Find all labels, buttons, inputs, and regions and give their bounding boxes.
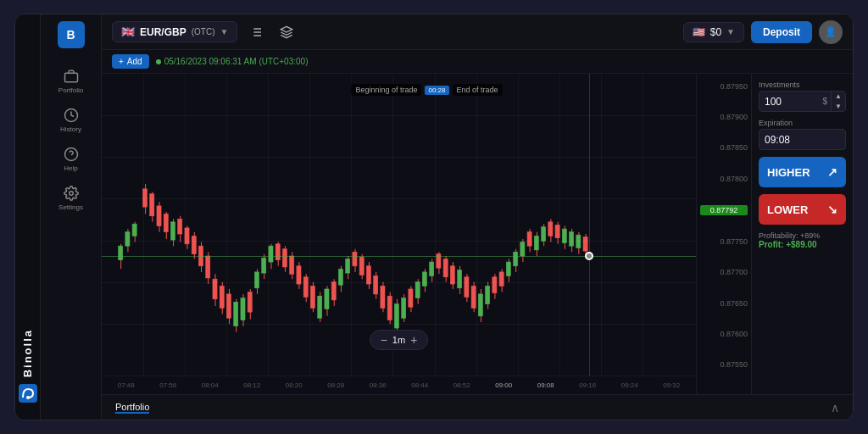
svg-rect-130 bbox=[527, 232, 531, 247]
time-09-08: 09:08 bbox=[537, 381, 554, 389]
grid-v-13 bbox=[643, 74, 643, 394]
zoom-controls: − 1m + bbox=[370, 330, 429, 350]
main-content: 🇬🇧 EUR/GBP (OTC) ▼ 🇺🇸 $0 bbox=[102, 14, 853, 420]
time-09-16: 09:16 bbox=[579, 381, 596, 389]
svg-rect-56 bbox=[269, 246, 273, 262]
svg-rect-52 bbox=[254, 272, 259, 288]
svg-rect-106 bbox=[443, 259, 448, 277]
zoom-in-button[interactable]: + bbox=[410, 334, 417, 346]
svg-rect-100 bbox=[422, 272, 426, 287]
price-87950: 0.87950 bbox=[700, 82, 748, 91]
balance-display[interactable]: 🇺🇸 $0 ▼ bbox=[683, 22, 744, 42]
deposit-button[interactable]: Deposit bbox=[751, 21, 812, 43]
balance-amount: $0 bbox=[710, 26, 721, 38]
investment-decrease-button[interactable]: ▼ bbox=[832, 102, 845, 112]
sidebar-item-history[interactable]: History bbox=[41, 101, 101, 140]
time-axis-inner: 07:48 07:56 08:04 08:12 08:20 08:28 08:3… bbox=[102, 381, 696, 389]
chart-wrapper: Beginning of trade 00:28 End of trade bbox=[102, 74, 853, 394]
chevron-down-icon-balance: ▼ bbox=[726, 27, 735, 36]
chart-area[interactable]: Beginning of trade 00:28 End of trade bbox=[102, 74, 696, 394]
svg-rect-34 bbox=[192, 236, 196, 253]
sort-icon[interactable] bbox=[244, 20, 268, 44]
svg-rect-18 bbox=[132, 224, 136, 236]
sidebar-item-help[interactable]: Help bbox=[41, 140, 101, 179]
add-button[interactable]: + Add bbox=[112, 54, 149, 69]
grid-h-6 bbox=[102, 324, 696, 325]
zoom-out-button[interactable]: − bbox=[381, 334, 387, 346]
svg-rect-120 bbox=[492, 277, 497, 293]
price-87700: 0.87700 bbox=[700, 268, 748, 276]
svg-rect-122 bbox=[499, 272, 504, 287]
svg-rect-2 bbox=[64, 73, 77, 82]
grid-h-3 bbox=[102, 198, 696, 199]
investments-label: Investments bbox=[759, 81, 846, 89]
header: 🇬🇧 EUR/GBP (OTC) ▼ 🇺🇸 $0 bbox=[102, 14, 853, 50]
grid-h-5 bbox=[102, 282, 696, 283]
lower-button[interactable]: LOWER ↘ bbox=[759, 194, 846, 225]
grid-v-11 bbox=[559, 74, 560, 394]
svg-rect-110 bbox=[458, 270, 462, 288]
svg-rect-58 bbox=[275, 244, 280, 260]
right-trading-panel: Investments $ ▲ ▼ Expiration bbox=[751, 74, 853, 394]
expiration-time-input[interactable] bbox=[760, 131, 846, 149]
time-08-20: 08:20 bbox=[286, 381, 303, 389]
svg-rect-82 bbox=[359, 257, 364, 275]
brand-bar: Binolla bbox=[15, 14, 41, 420]
time-08-28: 08:28 bbox=[327, 381, 344, 389]
svg-rect-114 bbox=[471, 286, 476, 308]
grid-v-8 bbox=[435, 74, 436, 394]
time-08-44: 08:44 bbox=[411, 381, 428, 389]
svg-rect-80 bbox=[353, 252, 357, 266]
svg-rect-98 bbox=[415, 282, 420, 298]
sidebar-label-help: Help bbox=[64, 164, 77, 172]
zoom-level: 1m bbox=[392, 335, 405, 345]
svg-rect-88 bbox=[381, 286, 385, 308]
svg-rect-132 bbox=[534, 236, 538, 250]
investment-amount-input[interactable] bbox=[760, 92, 820, 111]
price-87850: 0.87850 bbox=[700, 143, 748, 152]
sidebar-item-portfolio[interactable]: Portfolio bbox=[41, 62, 101, 101]
svg-rect-22 bbox=[150, 194, 154, 216]
avatar[interactable]: 👤 bbox=[819, 20, 843, 44]
higher-button[interactable]: HIGHER ↗ bbox=[759, 157, 846, 187]
plus-icon: + bbox=[119, 57, 124, 66]
svg-rect-38 bbox=[206, 256, 210, 278]
svg-rect-50 bbox=[248, 292, 252, 313]
time-axis: 07:48 07:56 08:04 08:12 08:20 08:28 08:3… bbox=[102, 376, 696, 394]
investment-input-row: $ ▲ ▼ bbox=[759, 91, 846, 112]
time-09-00: 09:00 bbox=[495, 381, 512, 389]
investment-increase-button[interactable]: ▲ bbox=[832, 92, 845, 102]
investments-section: Investments $ ▲ ▼ bbox=[759, 81, 846, 112]
time-09-32: 09:32 bbox=[663, 381, 680, 389]
status-dot bbox=[156, 59, 161, 64]
svg-rect-74 bbox=[331, 282, 336, 300]
lower-label: LOWER bbox=[767, 203, 808, 216]
time-07-48: 07:48 bbox=[118, 381, 135, 389]
svg-rect-94 bbox=[402, 298, 406, 319]
price-87600: 0.87600 bbox=[700, 330, 748, 338]
sidebar-logo[interactable]: B bbox=[58, 21, 85, 48]
svg-rect-118 bbox=[486, 286, 490, 303]
asset-selector[interactable]: 🇬🇧 EUR/GBP (OTC) ▼ bbox=[112, 21, 237, 42]
datetime-display: 05/16/2023 09:06:31 AM (UTC+03:00) bbox=[156, 57, 309, 66]
expiration-label: Expiration bbox=[759, 119, 846, 127]
currency-symbol: $ bbox=[820, 97, 832, 106]
svg-rect-48 bbox=[241, 298, 245, 320]
grid-h-4 bbox=[102, 241, 696, 242]
trade-markers: Beginning of trade 00:28 End of trade bbox=[351, 84, 502, 96]
svg-rect-62 bbox=[290, 256, 294, 274]
svg-rect-78 bbox=[346, 259, 350, 274]
price-dot bbox=[585, 252, 593, 260]
time-08-12: 08:12 bbox=[243, 381, 260, 389]
chart-type-icon[interactable] bbox=[275, 20, 298, 44]
higher-arrow-icon: ↗ bbox=[827, 165, 837, 179]
portfolio-tab[interactable]: Portfolio bbox=[115, 402, 149, 414]
svg-rect-26 bbox=[164, 214, 168, 231]
brand-name: Binolla bbox=[21, 329, 34, 377]
svg-rect-112 bbox=[465, 277, 469, 298]
sidebar-item-settings[interactable]: Settings bbox=[41, 179, 101, 218]
svg-rect-70 bbox=[318, 296, 322, 318]
end-of-trade-label: End of trade bbox=[453, 84, 503, 96]
collapse-icon[interactable]: ∧ bbox=[831, 401, 839, 415]
svg-rect-14 bbox=[119, 246, 123, 260]
